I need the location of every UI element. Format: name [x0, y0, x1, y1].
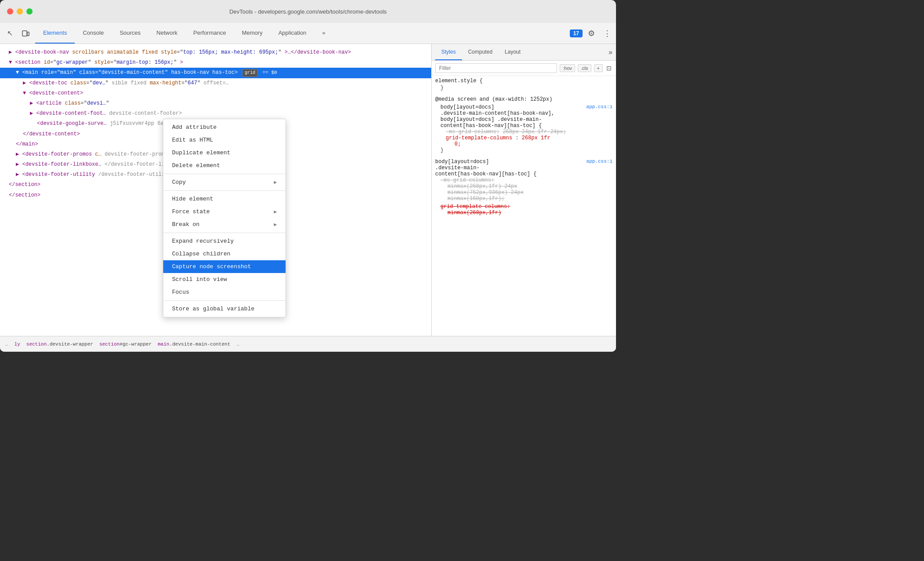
svg-rect-1 [27, 32, 29, 36]
device-toggle-button[interactable] [18, 26, 33, 41]
breadcrumb-end-dots[interactable]: … [235, 341, 242, 348]
style-block: } [435, 85, 612, 91]
filter-bar: :hov .cls + ⊡ [432, 61, 616, 76]
style-block-close: } [440, 147, 612, 153]
element-line: ▶ <article class="devsi…" [0, 98, 431, 109]
style-rule-2: body[layout=docs] app.css:1 .devsite-mai… [435, 159, 612, 216]
menu-expand-recursively[interactable]: Expand recursively [163, 235, 286, 248]
tab-sources[interactable]: Sources [112, 23, 149, 44]
element-line-selected[interactable]: ▼ <main role="main" class="devsite-main-… [0, 68, 431, 78]
tab-more[interactable]: » [314, 23, 333, 44]
style-selector-2b: .devsite-main- content[has-book-nav][has… [435, 165, 612, 177]
minimize-button[interactable] [17, 8, 23, 15]
breadcrumb-item-1[interactable]: ly [13, 341, 22, 348]
style-prop-line: grid-template-columns : 268px 1fr 0; [446, 135, 612, 147]
style-props-2: -ms-grid-columns: minmax(268px,1fr) 24px… [435, 177, 612, 216]
force-state-arrow-icon: ▶ [274, 209, 277, 215]
tab-layout[interactable]: Layout [499, 44, 527, 60]
menu-divider [163, 233, 286, 233]
copy-arrow-icon: ▶ [274, 179, 277, 185]
more-options-button[interactable]: ⋮ [600, 26, 614, 40]
menu-hide-element[interactable]: Hide element [163, 193, 286, 205]
tab-styles[interactable]: Styles [435, 44, 462, 60]
tab-application[interactable]: Application [271, 23, 315, 44]
menu-break-on[interactable]: Break on ▶ [163, 218, 286, 231]
element-line: ▶ <devsite-content-foot… devsite-content… [0, 109, 431, 119]
menu-collapse-children[interactable]: Collapse children [163, 248, 286, 260]
devtools-container: ↖ Elements Console Sources Network [0, 23, 616, 352]
menu-capture-screenshot[interactable]: Capture node screenshot [163, 260, 286, 273]
media-query: @media screen and (max-width: 1252px) [435, 96, 612, 102]
style-rule: element.style { } [435, 78, 612, 91]
menu-scroll-into-view[interactable]: Scroll into view [163, 273, 286, 286]
style-prop-line-2a: -ms-grid-columns: minmax(268px,1fr) 24px… [440, 177, 612, 202]
menu-focus[interactable]: Focus [163, 286, 286, 299]
tab-computed[interactable]: Computed [462, 44, 499, 60]
break-on-arrow-icon: ▶ [274, 222, 277, 227]
settings-button[interactable]: ⚙ [584, 26, 598, 40]
style-selector: body[layout=docs] app.css:1 [440, 104, 612, 110]
tab-memory[interactable]: Memory [234, 23, 271, 44]
menu-duplicate-element[interactable]: Duplicate element [163, 146, 286, 159]
tab-network[interactable]: Network [149, 23, 186, 44]
style-selector-continuation: .devsite-main-content[has-book-nav], bod… [440, 110, 612, 129]
style-prop-line: -ms-grid-columns: 268px 24px 1fr 24px; [446, 129, 612, 135]
toggle-element-state-button[interactable]: ⊡ [605, 64, 612, 73]
menu-store-global[interactable]: Store as global variable [163, 302, 286, 315]
element-line: ▼ <section id="gc-wrapper" style="margin… [0, 58, 431, 68]
right-tabs-more[interactable]: » [609, 48, 612, 56]
titlebar: DevTools - developers.google.com/web/too… [0, 0, 616, 23]
breadcrumb-bar: … ly section.devsite-wrapper section#gc-… [0, 336, 616, 352]
breadcrumb-dots[interactable]: … [4, 341, 10, 348]
menu-divider [163, 300, 286, 301]
menu-divider [163, 190, 286, 191]
element-line: ▶ <devsite-toc class="dev…" sible fixed … [0, 78, 431, 88]
notification-badge: 17 [570, 29, 583, 37]
close-button[interactable] [7, 8, 13, 15]
tab-console[interactable]: Console [75, 23, 112, 44]
source-link[interactable]: app.css:1 [587, 104, 612, 109]
svg-rect-0 [22, 31, 27, 36]
toolbar-icons: ↖ [2, 26, 33, 41]
right-tabs: Styles Computed Layout » [432, 44, 616, 61]
style-selector: element.style { [435, 78, 612, 84]
menu-delete-element[interactable]: Delete element [163, 159, 286, 172]
hov-button[interactable]: :hov [560, 64, 575, 72]
menu-add-attribute[interactable]: Add attribute [163, 121, 286, 134]
source-link-2[interactable]: app.css:1 [587, 159, 612, 164]
right-panel: Styles Computed Layout » :hov .cls + ⊡ [431, 44, 616, 336]
menu-force-state[interactable]: Force state ▶ [163, 205, 286, 218]
new-style-rule-button[interactable]: + [594, 64, 603, 72]
toolbar-tabs: Elements Console Sources Network Perform… [35, 23, 334, 44]
element-line: ▼ <devsite-content> [0, 88, 431, 98]
breadcrumb-item-3[interactable]: section#gc-wrapper [98, 341, 154, 348]
breadcrumb-item-4[interactable]: main.devsite-main-content [156, 341, 232, 348]
filter-input[interactable] [435, 63, 557, 73]
toolbar-right: 17 ⚙ ⋮ [570, 26, 614, 40]
context-menu: Add attribute Edit as HTML Duplicate ele… [163, 119, 286, 317]
traffic-lights [7, 8, 33, 15]
breadcrumb-item-2[interactable]: section.devsite-wrapper [25, 341, 95, 348]
maximize-button[interactable] [26, 8, 33, 15]
tab-elements[interactable]: Elements [35, 23, 75, 44]
toolbar: ↖ Elements Console Sources Network [0, 23, 616, 44]
menu-copy[interactable]: Copy ▶ [163, 176, 286, 189]
menu-edit-html[interactable]: Edit as HTML [163, 134, 286, 146]
nested-rule: body[layout=docs] app.css:1 .devsite-mai… [435, 104, 612, 153]
style-prop-line-2b: grid-template-columns: minmax(268px,1fr) [440, 204, 612, 216]
menu-divider [163, 174, 286, 174]
window-title: DevTools - developers.google.com/web/too… [229, 8, 387, 15]
element-line: ▶ <devsite-book-nav scrollbars animatabl… [0, 47, 431, 58]
tab-performance[interactable]: Performance [185, 23, 234, 44]
style-props: -ms-grid-columns: 268px 24px 1fr 24px; g… [440, 129, 612, 147]
style-selector-2: body[layout=docs] app.css:1 [435, 159, 612, 165]
elements-panel[interactable]: ▶ <devsite-book-nav scrollbars animatabl… [0, 44, 431, 336]
cursor-tool-button[interactable]: ↖ [2, 26, 18, 41]
cls-button[interactable]: .cls [578, 64, 591, 72]
main-content: ▶ <devsite-book-nav scrollbars animatabl… [0, 44, 616, 336]
style-rule-media: @media screen and (max-width: 1252px) bo… [435, 96, 612, 153]
styles-panel: element.style { } @media screen and (max… [432, 76, 616, 336]
